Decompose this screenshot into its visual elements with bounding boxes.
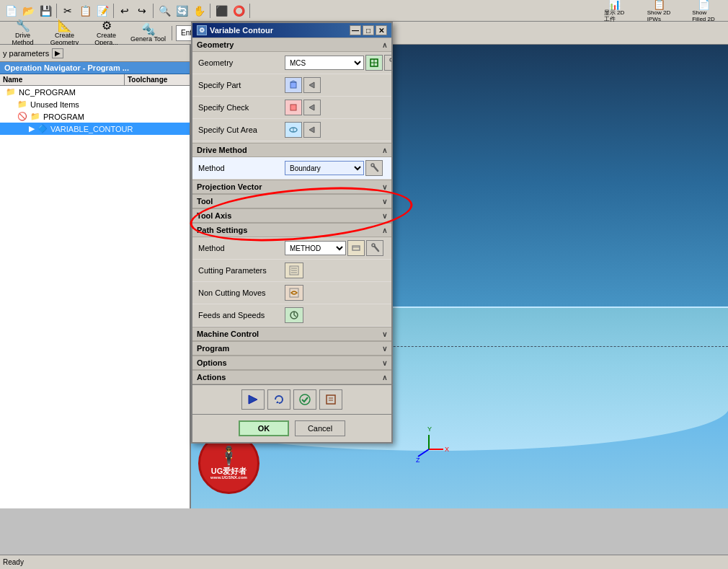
specify-check-label: Specify Check xyxy=(198,103,285,112)
svg-rect-14 xyxy=(290,105,296,110)
dialog-scroll: Geometry Geometry MCS WORKPIECE GEOMETRY xyxy=(192,38,391,414)
program-section-header[interactable]: Program xyxy=(192,341,391,356)
machine-control-label: Machine Control xyxy=(197,330,259,338)
specify-check-arrow-btn[interactable] xyxy=(303,100,321,115)
show-2d-ipws-icon[interactable]: 📋 Show 2DIPWs xyxy=(637,3,680,19)
genera-tool-label: Genera Tool xyxy=(130,36,166,43)
geometry-select[interactable]: MCS WORKPIECE GEOMETRY xyxy=(285,56,364,70)
svg-line-20 xyxy=(374,167,378,172)
sep2 xyxy=(113,4,114,18)
sep5 xyxy=(249,4,250,18)
svg-text:Z: Z xyxy=(416,456,420,464)
method-wrench-btn[interactable] xyxy=(365,160,383,176)
specify-cut-area-btn[interactable] xyxy=(285,122,302,138)
sep6 xyxy=(172,26,172,40)
geometry-wrench-btn[interactable] xyxy=(384,55,391,71)
geometry-controls: MCS WORKPIECE GEOMETRY xyxy=(285,55,391,71)
replay-btn[interactable] xyxy=(267,389,290,410)
method-select[interactable]: Boundary Surface Area Curve/Point Radial… xyxy=(285,161,364,175)
genera-tool-icon: 🔩 xyxy=(141,22,156,36)
show-filled-2d-icon[interactable]: 📄 ShowFilled 2D xyxy=(682,3,725,19)
specify-check-btn[interactable] xyxy=(285,100,302,115)
geometry-edit-btn[interactable] xyxy=(365,55,383,71)
machine-control-section-header[interactable]: Machine Control xyxy=(192,327,391,341)
verify-btn[interactable] xyxy=(293,389,316,410)
cutting-params-btn[interactable] xyxy=(285,263,303,278)
sep1 xyxy=(56,4,57,18)
op-nav-header: Operation Navigator - Program ... xyxy=(0,62,190,74)
program-icon: 🚫 xyxy=(17,112,27,121)
dialog-title: Variable Contour xyxy=(210,26,273,35)
sphere-icon[interactable]: ⭕ xyxy=(231,3,247,19)
tool-section-label: Tool xyxy=(197,197,213,206)
actions-row xyxy=(192,384,391,414)
create-geometry-icon: 📐 xyxy=(58,19,72,32)
drive-method-section-header[interactable]: Drive Method xyxy=(192,143,391,157)
path-settings-section-header[interactable]: Path Settings xyxy=(192,223,391,237)
non-cutting-label: Non Cutting Moves xyxy=(198,288,285,297)
left-panel: y parameters ▶ Operation Navigator - Pro… xyxy=(0,45,191,508)
box-icon[interactable]: ⬛ xyxy=(213,3,229,19)
tool-axis-label: Tool Axis xyxy=(197,211,231,220)
dialog-title-left: ⚙ Variable Contour xyxy=(197,25,273,35)
rotate-icon[interactable]: 🔄 xyxy=(174,3,190,19)
create-tool-icon: 🔧 xyxy=(16,19,30,32)
svg-marker-34 xyxy=(249,395,257,404)
geometry-expand-icon xyxy=(382,41,387,49)
path-method-wrench-btn[interactable] xyxy=(366,240,383,256)
redo-icon[interactable]: ↪ xyxy=(134,3,150,19)
geometry-section-header[interactable]: Geometry xyxy=(192,38,391,52)
svg-line-24 xyxy=(375,247,379,252)
sep4 xyxy=(210,4,210,18)
svg-text:X: X xyxy=(445,446,449,453)
tool-axis-expand-icon xyxy=(382,212,387,220)
specify-part-btn[interactable] xyxy=(285,77,302,93)
cutting-params-label: Cutting Parameters xyxy=(198,266,285,275)
options-label: Options xyxy=(197,358,227,367)
path-method-controls: METHOD MILL_FINISH MILL_SEMI_FINISH xyxy=(285,240,386,256)
pan-icon[interactable]: ✋ xyxy=(191,3,207,19)
projection-vector-section-header[interactable]: Projection Vector xyxy=(192,180,391,194)
options-section-header[interactable]: Options xyxy=(192,356,391,370)
op-nav-cols: Name Toolchange xyxy=(0,74,190,86)
post-btn[interactable] xyxy=(319,389,342,410)
dialog-controls: — □ ✕ xyxy=(350,25,387,35)
tool-axis-section-header[interactable]: Tool Axis xyxy=(192,208,391,223)
non-cutting-btn[interactable] xyxy=(285,285,303,301)
dialog-minimize-btn[interactable]: — xyxy=(350,25,361,35)
genera-tool-button[interactable]: 🔩 Genera Tool xyxy=(128,20,168,45)
specify-part-label: Specify Part xyxy=(198,81,285,89)
feeds-speeds-btn[interactable] xyxy=(285,307,303,323)
path-method-edit-btn[interactable] xyxy=(347,240,365,256)
feeds-speeds-row: Feeds and Speeds xyxy=(192,304,391,327)
vc-expand-icon: ▶ xyxy=(29,124,35,133)
generate-btn[interactable] xyxy=(241,389,265,410)
dialog-close-btn[interactable]: ✕ xyxy=(376,25,387,35)
projection-vector-label: Projection Vector xyxy=(197,182,262,191)
zoom-icon[interactable]: 🔍 xyxy=(156,3,172,19)
unused-label: Unused Items xyxy=(30,100,79,109)
tree-area: 📁 NC_PROGRAM 📁 Unused Items 🚫 📁 PROGRAM … xyxy=(0,86,190,508)
display-2d-icon[interactable]: 📊 显示 2D工件 xyxy=(592,3,636,19)
method-label: Method xyxy=(198,164,285,172)
tree-item-unused[interactable]: 📁 Unused Items xyxy=(0,98,190,110)
ok-button[interactable]: OK xyxy=(239,420,289,436)
cancel-button[interactable]: Cancel xyxy=(295,420,345,436)
dialog-title-icon: ⚙ xyxy=(197,25,207,35)
path-method-select[interactable]: METHOD MILL_FINISH MILL_SEMI_FINISH xyxy=(285,241,346,255)
path-method-label: Method xyxy=(198,244,285,252)
actions-label: Actions xyxy=(197,373,226,381)
svg-marker-13 xyxy=(309,82,314,88)
specify-part-controls xyxy=(285,77,386,93)
tree-item-program[interactable]: 🚫 📁 PROGRAM xyxy=(0,110,190,123)
tree-item-variable-contour[interactable]: ▶ 🔷 VARIABLE_CONTOUR xyxy=(0,123,190,135)
specify-part-arrow-btn[interactable] xyxy=(303,77,321,93)
specify-cut-area-arrow-btn[interactable] xyxy=(303,122,321,138)
tool-section-header[interactable]: Tool xyxy=(192,194,391,208)
tree-item-nc-program[interactable]: 📁 NC_PROGRAM xyxy=(0,86,190,98)
feeds-speeds-label: Feeds and Speeds xyxy=(198,311,285,319)
dialog-restore-btn[interactable]: □ xyxy=(363,25,374,35)
svg-rect-11 xyxy=(290,82,296,88)
actions-section-header[interactable]: Actions xyxy=(192,370,391,384)
params-expand-btn[interactable]: ▶ xyxy=(52,48,63,58)
